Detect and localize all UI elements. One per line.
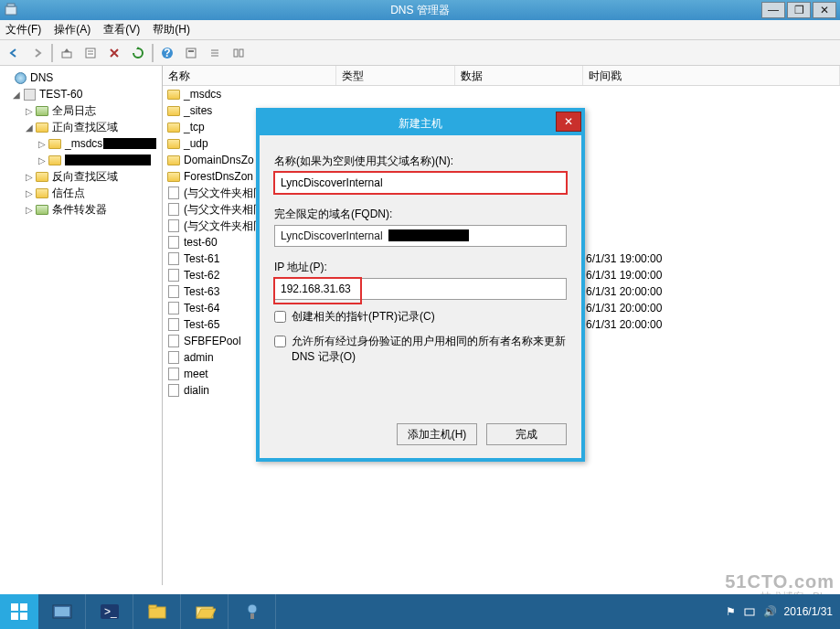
tree-global-log[interactable]: ▷全局日志 (2, 102, 160, 119)
dialog-title: 新建主机 (399, 116, 442, 132)
start-button[interactable] (0, 594, 38, 629)
svg-rect-23 (149, 607, 165, 618)
add-host-button[interactable]: 添加主机(H) (397, 423, 477, 445)
tree-cond-fwd[interactable]: ▷条件转发器 (2, 201, 160, 218)
svg-rect-28 (745, 609, 754, 615)
menu-view[interactable]: 查看(V) (103, 22, 140, 37)
svg-rect-18 (20, 613, 27, 620)
tree-rev-zone[interactable]: ▷反向查找区域 (2, 168, 160, 185)
page-icon (166, 187, 181, 199)
refresh-button[interactable] (128, 43, 148, 63)
svg-rect-20 (55, 607, 69, 616)
page-icon (166, 285, 181, 298)
svg-point-26 (248, 604, 257, 613)
list-button[interactable] (205, 43, 225, 63)
task-explorer-open[interactable] (181, 594, 229, 629)
list-item[interactable]: _msdcs (163, 86, 840, 102)
task-explorer[interactable] (133, 594, 181, 629)
tree-item-label: 全局日志 (52, 103, 96, 119)
app-icon (4, 3, 18, 17)
svg-rect-2 (62, 52, 71, 58)
tree-root[interactable]: DNS (2, 69, 160, 86)
svg-rect-1 (7, 4, 15, 6)
folder-icon (166, 90, 181, 100)
minimize-button[interactable]: — (761, 2, 785, 18)
name-input[interactable] (274, 172, 567, 194)
page-icon (166, 269, 181, 282)
svg-text:?: ? (164, 47, 170, 59)
tree-item-label: 反向查找区域 (52, 169, 118, 185)
help-button[interactable]: ? (157, 43, 177, 63)
redacted-text (65, 155, 151, 165)
tray-flag-icon[interactable]: ⚑ (726, 605, 736, 618)
list-item-name: _msdcs (184, 88, 513, 101)
tray-date[interactable]: 2016/1/31 (784, 605, 833, 618)
page-icon (166, 236, 181, 249)
task-server-manager[interactable] (38, 594, 86, 629)
props-button[interactable] (80, 43, 101, 63)
tray-network-icon[interactable] (743, 605, 756, 618)
nav-fwd-button[interactable] (27, 43, 48, 63)
ptr-checkbox[interactable] (274, 311, 286, 323)
tree-zone-redacted[interactable]: ▷ (2, 152, 160, 168)
tree-root-label: DNS (30, 71, 53, 84)
list-item-ts: 6/1/31 20:00:00 (586, 302, 662, 314)
nav-back-button[interactable] (4, 43, 24, 63)
col-timestamp[interactable]: 时间戳 (583, 66, 840, 85)
col-data[interactable]: 数据 (455, 66, 583, 85)
up-button[interactable] (57, 43, 77, 63)
detail-button[interactable] (229, 43, 249, 63)
svg-rect-8 (186, 48, 196, 58)
window-titlebar: DNS 管理器 — ❐ ✕ (0, 0, 840, 20)
dialog-body: 名称(如果为空则使用其父域名称)(N): 完全限定的域名(FQDN): IP 地… (260, 135, 581, 374)
dialog-titlebar[interactable]: 新建主机 ✕ (260, 112, 581, 135)
tree-item-label: 信任点 (52, 186, 85, 201)
taskbar-tray[interactable]: ⚑ 🔊 2016/1/31 (718, 594, 840, 629)
svg-rect-27 (250, 613, 254, 619)
maximize-button[interactable]: ❐ (787, 2, 811, 18)
tree-server[interactable]: ◢TEST-60 (2, 86, 160, 102)
ip-label: IP 地址(P): (274, 260, 567, 275)
ptr-checkbox-row: 创建相关的指针(PTR)记录(C) (274, 309, 567, 325)
page-icon (166, 384, 181, 397)
ip-input[interactable] (274, 278, 567, 300)
tree-fwd-zone[interactable]: ◢正向查找区域 (2, 119, 160, 135)
svg-rect-14 (239, 49, 243, 57)
allow-checkbox-row: 允许所有经过身份验证的用户用相同的所有者名称来更新 DNS 记录(O) (274, 334, 567, 365)
toolbar: ? (0, 40, 840, 66)
nav-tree[interactable]: DNS ◢TEST-60 ▷全局日志 ◢正向查找区域 ▷_msdcs ▷ ▷反向… (0, 66, 163, 585)
tree-trust[interactable]: ▷信任点 (2, 185, 160, 201)
page-icon (166, 252, 181, 265)
col-type[interactable]: 类型 (336, 66, 455, 85)
menu-file[interactable]: 文件(F) (5, 22, 41, 37)
tree-msdcs[interactable]: ▷_msdcs (2, 135, 160, 152)
tree-item-label: _msdcs (65, 137, 102, 150)
task-dns[interactable] (229, 594, 276, 629)
list-item-ts: 6/1/31 19:00:00 (586, 252, 662, 265)
list-item-ts: 6/1/31 19:00:00 (586, 269, 662, 282)
svg-rect-3 (86, 48, 95, 58)
page-icon (166, 318, 181, 331)
done-button[interactable]: 完成 (486, 423, 567, 445)
tray-sound-icon[interactable]: 🔊 (763, 605, 777, 618)
page-icon (166, 335, 181, 347)
close-button[interactable]: ✕ (813, 2, 836, 18)
svg-text:>_: >_ (104, 605, 117, 618)
col-name[interactable]: 名称 (163, 66, 336, 85)
new-host-dialog: 新建主机 ✕ 名称(如果为空则使用其父域名称)(N): 完全限定的域名(FQDN… (256, 108, 585, 462)
separator (51, 44, 53, 62)
list-item-ts: 6/1/31 20:00:00 (586, 285, 662, 298)
page-icon (166, 203, 181, 216)
menu-help[interactable]: 帮助(H) (153, 22, 190, 37)
svg-rect-17 (11, 613, 18, 620)
allow-checkbox[interactable] (274, 336, 286, 347)
task-powershell[interactable]: >_ (86, 594, 133, 629)
tree-item-label: 条件转发器 (52, 202, 107, 218)
svg-rect-16 (20, 603, 27, 611)
delete-button[interactable] (104, 43, 124, 63)
menu-action[interactable]: 操作(A) (54, 22, 90, 37)
dialog-close-button[interactable]: ✕ (556, 112, 581, 132)
taskbar: >_ ⚑ 🔊 2016/1/31 (0, 594, 840, 629)
svg-rect-24 (149, 605, 156, 608)
filter-button[interactable] (181, 43, 201, 63)
